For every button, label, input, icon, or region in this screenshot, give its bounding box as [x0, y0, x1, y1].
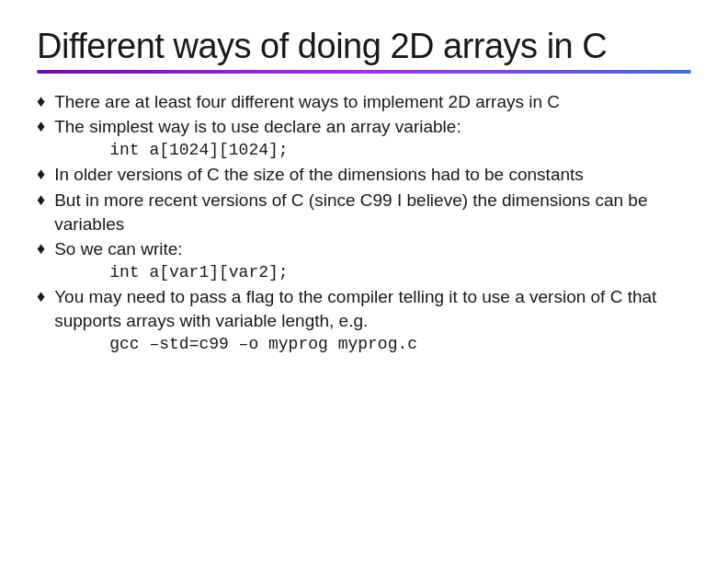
bullet-text-5: So we can write: int a[var1][var2];: [54, 237, 288, 283]
code-2: int a[var1][var2];: [54, 261, 288, 283]
bullet-symbol-2: ♦: [37, 117, 45, 136]
bullet-item-2: ♦ The simplest way is to use declare an …: [37, 115, 691, 161]
bullet-text-1: There are at least four different ways t…: [54, 90, 560, 114]
title-area: Different ways of doing 2D arrays in C: [37, 28, 691, 83]
slide-title: Different ways of doing 2D arrays in C: [37, 28, 691, 66]
bullet-symbol-1: ♦: [37, 92, 45, 111]
bullet-item-4: ♦ But in more recent versions of C (sinc…: [37, 189, 691, 236]
code-1: int a[1024][1024];: [54, 139, 461, 161]
bullet-text-4: But in more recent versions of C (since …: [54, 189, 691, 236]
bullet-symbol-6: ♦: [37, 287, 45, 306]
title-underline: [37, 70, 691, 74]
bullet-text-3: In older versions of C the size of the d…: [54, 163, 584, 187]
content-area: ♦ There are at least four different ways…: [37, 90, 691, 535]
bullet-symbol-4: ♦: [37, 190, 45, 210]
bullet-item-6: ♦ You may need to pass a flag to the com…: [37, 285, 691, 355]
bullet-text-6: You may need to pass a flag to the compi…: [54, 285, 691, 355]
bullet-symbol-5: ♦: [37, 239, 45, 259]
code-3: gcc –std=c99 –o myprog myprog.c: [54, 333, 691, 355]
slide: Different ways of doing 2D arrays in C ♦…: [0, 0, 728, 563]
bullet-symbol-3: ♦: [37, 165, 45, 184]
bullet-text-2: The simplest way is to use declare an ar…: [54, 115, 461, 161]
bullet-item-3: ♦ In older versions of C the size of the…: [37, 163, 691, 187]
bullet-item-1: ♦ There are at least four different ways…: [37, 90, 691, 114]
bullet-item-5: ♦ So we can write: int a[var1][var2];: [37, 237, 691, 283]
